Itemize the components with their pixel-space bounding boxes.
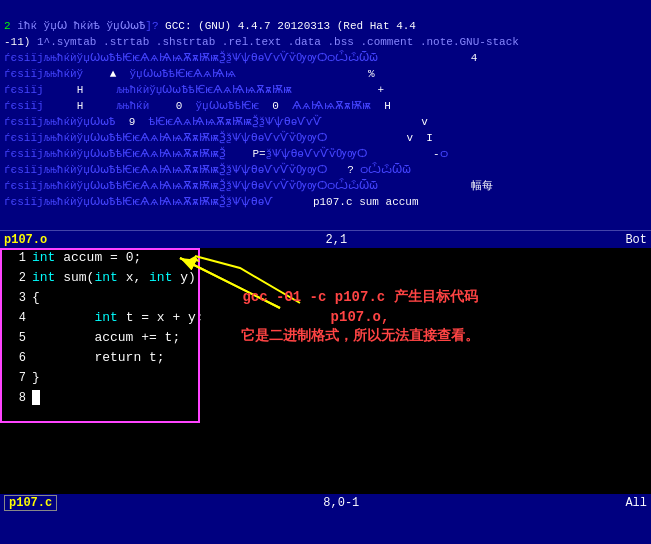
code-area: 1 int accum = 0; 2 int sum(int x, int y)…	[0, 248, 651, 468]
code-line-8: 8	[0, 390, 651, 410]
top-file-label: p107.o	[4, 233, 47, 247]
binary-content: 2 іћќ ўџѠ ћќѝѣ ўџѠѡѢ]? GCC: (GNU) 4.4.7 …	[0, 0, 651, 228]
top-bot-label: Bot	[625, 233, 647, 247]
top-position: 2,1	[326, 233, 348, 247]
code-line-2: 2 int sum(int x, int y)	[0, 270, 651, 290]
annotation-line2: 它是二进制格式，所以无法直接查看。	[230, 327, 490, 347]
cursor	[32, 390, 40, 405]
annotation-box: gcc -O1 -c p107.c 产生目标代码p107.o, 它是二进制格式，…	[230, 288, 490, 347]
code-line-7: 7 }	[0, 370, 651, 390]
top-status-bar: p107.o 2,1 Bot	[0, 230, 651, 248]
annotation-line1: gcc -O1 -c p107.c 产生目标代码p107.o,	[230, 288, 490, 327]
code-line-1: 1 int accum = 0;	[0, 250, 651, 270]
bottom-position: 8,0-1	[323, 496, 359, 510]
bottom-all-label: All	[625, 496, 647, 510]
bottom-file-label: p107.c	[4, 495, 57, 511]
binary-panel: 2 іћќ ўџѠ ћќѝѣ ўџѠѡѢ]? GCC: (GNU) 4.4.7 …	[0, 0, 651, 230]
bottom-status-bar: p107.c 8,0-1 All	[0, 494, 651, 512]
code-line-6: 6 return t;	[0, 350, 651, 370]
source-panel: 1 int accum = 0; 2 int sum(int x, int y)…	[0, 248, 651, 512]
